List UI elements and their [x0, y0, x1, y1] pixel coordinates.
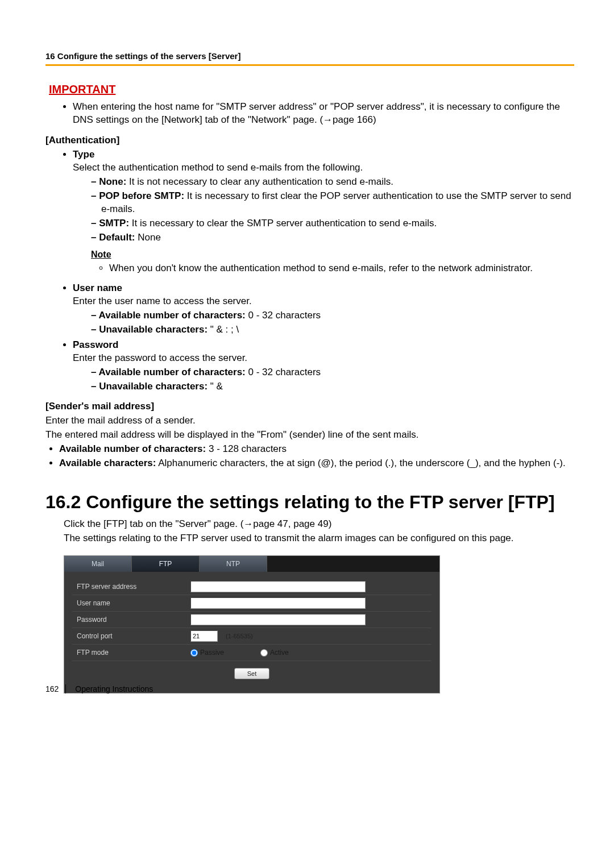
type-label: Type: [73, 149, 94, 160]
ftp-settings-screenshot: Mail FTP NTP FTP server address User nam…: [64, 555, 440, 693]
unavail-label: Unavailable characters:: [99, 381, 208, 392]
list-item: Available number of characters: 3 - 128 …: [59, 443, 574, 456]
default-label: Default:: [99, 232, 135, 243]
tab-mail[interactable]: Mail: [64, 556, 132, 572]
set-button[interactable]: Set: [234, 668, 269, 679]
pwd-details: Available number of characters: 0 - 32 c…: [73, 366, 574, 393]
divider: [45, 64, 574, 66]
avail-text: 0 - 32 characters: [246, 367, 321, 377]
type-desc: Select the authentication method to send…: [73, 162, 363, 173]
unavail-text: " &: [208, 381, 223, 392]
list-item: POP before SMTP: It is necessary to firs…: [91, 190, 574, 216]
sender-line1: Enter the mail address of a sender.: [45, 414, 574, 427]
pwd-desc: Enter the password to access the server.: [73, 352, 247, 363]
radio-passive-wrap[interactable]: Passive: [190, 649, 224, 657]
input-user-name[interactable]: [190, 597, 366, 609]
type-options: None: It is not necessary to clear any a…: [73, 176, 574, 244]
section-title: 16.2 Configure the settings relating to …: [45, 491, 574, 513]
smtp-text: It is necessary to clear the SMTP server…: [129, 218, 437, 229]
list-item: Available number of characters: 0 - 32 c…: [91, 366, 574, 379]
input-control-port[interactable]: [190, 630, 218, 642]
chars-text: Alphanumeric characters, the at sign (@)…: [156, 458, 565, 468]
user-details: Available number of characters: 0 - 32 c…: [73, 309, 574, 337]
user-desc: Enter the user name to access the server…: [73, 296, 252, 306]
section-intro2: The settings relating to the FTP server …: [45, 532, 574, 545]
doc-title: Operating Instructions: [75, 684, 153, 693]
avail-text: 0 - 32 characters: [246, 310, 321, 321]
avail-label: Available number of characters:: [99, 310, 246, 321]
label-password: Password: [72, 613, 190, 626]
list-item: Available number of characters: 0 - 32 c…: [91, 309, 574, 322]
none-label: None:: [99, 176, 126, 187]
unavail-text: " & : ; \: [208, 324, 239, 335]
input-password[interactable]: [190, 614, 366, 625]
form-area: FTP server address User name Password Co…: [64, 572, 439, 693]
important-item: When entering the host name for "SMTP se…: [73, 101, 574, 127]
set-row: Set: [72, 661, 432, 683]
row-password: Password: [72, 612, 432, 628]
sender-list: Available number of characters: 3 - 128 …: [45, 443, 574, 470]
chapter-header: 16 Configure the settings of the servers…: [45, 51, 574, 61]
section-intro1: Click the [FTP] tab on the "Server" page…: [45, 518, 574, 531]
page-number: 162: [45, 684, 66, 693]
avail-text: 3 - 128 characters: [206, 443, 287, 454]
row-control-port: Control port (1-65535): [72, 628, 432, 645]
tab-ntp[interactable]: NTP: [200, 556, 267, 572]
radio-active-label: Active: [270, 649, 289, 657]
smtp-label: SMTP:: [99, 218, 129, 229]
avail-label: Available number of characters:: [59, 443, 206, 454]
footer: 162 Operating Instructions: [45, 684, 153, 693]
tab-filler: [267, 556, 439, 572]
radio-active[interactable]: [260, 649, 268, 657]
unavail-label: Unavailable characters:: [99, 324, 208, 335]
list-item: Unavailable characters: " &: [91, 380, 574, 393]
list-item: Default: None: [91, 231, 574, 244]
radio-passive[interactable]: [190, 649, 198, 657]
list-item: User name Enter the user name to access …: [73, 282, 574, 337]
port-range-hint: (1-65535): [226, 633, 253, 639]
label-server-address: FTP server address: [72, 580, 190, 593]
list-item: Available characters: Alphanumeric chara…: [59, 457, 574, 470]
chars-label: Available characters:: [59, 458, 156, 468]
tab-ftp[interactable]: FTP: [132, 556, 200, 572]
radio-active-wrap[interactable]: Active: [260, 649, 289, 657]
important-list: When entering the host name for "SMTP se…: [45, 101, 574, 127]
list-item: SMTP: It is necessary to clear the SMTP …: [91, 217, 574, 230]
note-list: When you don't know the authentication m…: [73, 262, 574, 275]
row-ftp-mode: FTP mode Passive Active: [72, 645, 432, 661]
tab-bar: Mail FTP NTP: [64, 556, 439, 572]
radio-passive-label: Passive: [200, 649, 224, 657]
user-label: User name: [73, 283, 122, 293]
auth-type-list: Type Select the authentication method to…: [45, 148, 574, 393]
important-heading: IMPORTANT: [45, 83, 574, 96]
sender-line2: The entered mail address will be display…: [45, 429, 574, 442]
avail-label: Available number of characters:: [99, 367, 246, 377]
sender-heading: [Sender's mail address]: [45, 401, 574, 412]
input-server-address[interactable]: [190, 581, 366, 592]
row-server-address: FTP server address: [72, 579, 432, 595]
list-item: Unavailable characters: " & : ; \: [91, 323, 574, 337]
none-text: It is not necessary to clear any authent…: [126, 176, 393, 187]
row-user-name: User name: [72, 595, 432, 612]
list-item: Password Enter the password to access th…: [73, 339, 574, 393]
pop-label: POP before SMTP:: [99, 190, 184, 201]
label-user-name: User name: [72, 597, 190, 609]
pwd-label: Password: [73, 339, 118, 350]
default-text: None: [135, 232, 160, 243]
list-item: None: It is not necessary to clear any a…: [91, 176, 574, 189]
note-item: When you don't know the authentication m…: [109, 262, 574, 275]
label-ftp-mode: FTP mode: [72, 646, 190, 659]
auth-heading: [Authentication]: [45, 135, 574, 146]
label-control-port: Control port: [72, 630, 190, 642]
note-heading: Note: [91, 248, 574, 261]
list-item: Type Select the authentication method to…: [73, 148, 574, 275]
